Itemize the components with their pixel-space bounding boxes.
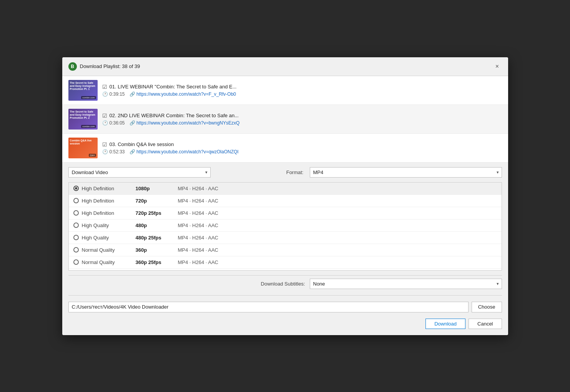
item-info-2: ☑ 02. 2ND LIVE WEBINAR Combin: The Secre…	[102, 113, 502, 126]
subtitle-wrapper: None English Spanish French	[310, 279, 502, 289]
quality-label-360p25: Normal Quality	[82, 259, 136, 265]
item-duration-1: 🕐 0:39:15	[102, 91, 125, 97]
thumb-badge-2: combin.com	[81, 125, 96, 128]
options-area: Download Video Download Audio Download S…	[62, 163, 508, 335]
subtitle-row: Download Subtitles: None English Spanish…	[68, 275, 502, 292]
subtitle-label: Download Subtitles:	[261, 281, 305, 287]
checkbox-icon-3[interactable]: ☑	[102, 141, 107, 148]
quality-label-360p: Normal Quality	[82, 247, 136, 253]
quality-item[interactable]: High Quality 480p 25fps MP4 · H264 · AAC	[69, 232, 502, 244]
download-type-select[interactable]: Download Video Download Audio Download S…	[68, 167, 211, 178]
item-title-2: 02. 2ND LIVE WEBINAR Combin: The Secret …	[110, 113, 239, 118]
quality-res-360p: 360p	[136, 247, 178, 253]
playlist-area: The Secret to Safe and Easy Instagram Pr…	[62, 76, 508, 163]
subtitle-select[interactable]: None English Spanish French	[310, 279, 502, 289]
item-info-3: ☑ 03. Combin Q&A live session 🕐 0:52:33 …	[102, 141, 502, 154]
format-label: Format:	[286, 169, 304, 175]
item-meta-2: 🕐 0:36:05 🔗 https://www.youtube.com/watc…	[102, 120, 502, 126]
thumb-badge-1: combin.com	[81, 96, 96, 99]
quality-label-480p25: High Quality	[82, 235, 136, 241]
checkbox-icon-2[interactable]: ☑	[102, 113, 107, 119]
link-icon-2: 🔗	[130, 120, 135, 126]
thumb-text-3: Combin Q&A live session	[70, 139, 96, 146]
quality-label-720p: High Definition	[82, 198, 136, 204]
quality-label-480p: High Quality	[82, 223, 136, 228]
thumbnail-3: Combin Q&A live session Q&A	[68, 138, 98, 158]
download-type-wrapper: Download Video Download Audio Download S…	[68, 167, 211, 178]
quality-item[interactable]: Normal Quality 360p MP4 · H264 · AAC	[69, 244, 502, 256]
thumb-text-1: The Secret to Safe and Easy Instagram Pr…	[70, 81, 96, 91]
item-link-2[interactable]: 🔗 https://www.youtube.com/watch?v=bwngNY…	[130, 120, 240, 126]
title-bar-left: B Download Playlist: 38 of 39	[68, 62, 140, 71]
link-icon-1: 🔗	[130, 91, 135, 97]
item-title-1: 01. LIVE WEBINAR "Combin: The Secret to …	[110, 84, 237, 90]
item-link-3[interactable]: 🔗 https://www.youtube.com/watch?v=qwzOla…	[130, 149, 239, 154]
clock-icon-1: 🕐	[102, 91, 108, 97]
item-info-1: ☑ 01. LIVE WEBINAR "Combin: The Secret t…	[102, 84, 502, 97]
path-input[interactable]	[68, 302, 469, 312]
item-title-3: 03. Combin Q&A live session	[110, 141, 174, 147]
format-select[interactable]: MP4 MKV AVI MOV	[310, 167, 502, 178]
download-button[interactable]: Download	[425, 319, 465, 329]
divider	[68, 295, 502, 296]
format-wrapper: MP4 MKV AVI MOV	[310, 167, 502, 178]
radio-1080p[interactable]	[73, 186, 79, 191]
item-title-row-1: ☑ 01. LIVE WEBINAR "Combin: The Secret t…	[102, 84, 502, 90]
quality-item[interactable]: High Definition 720p MP4 · H264 · AAC	[69, 195, 502, 207]
download-dialog: B Download Playlist: 38 of 39 × The Secr…	[62, 57, 508, 335]
item-meta-1: 🕐 0:39:15 🔗 https://www.youtube.com/watc…	[102, 91, 502, 97]
quality-item[interactable]: High Quality 480p MP4 · H264 · AAC	[69, 219, 502, 232]
radio-720p25[interactable]	[73, 210, 79, 216]
thumbnail-1: The Secret to Safe and Easy Instagram Pr…	[68, 80, 98, 101]
quality-res-1080p: 1080p	[136, 186, 178, 191]
quality-codec-360p25: MP4 · H264 · AAC	[178, 259, 219, 265]
thumb-text-2: The Secret to Safe and Easy Instagram Pr…	[70, 110, 96, 120]
item-title-row-2: ☑ 02. 2ND LIVE WEBINAR Combin: The Secre…	[102, 113, 502, 119]
item-duration-3: 🕐 0:52:33	[102, 149, 125, 154]
quality-res-720p25: 720p 25fps	[136, 210, 178, 216]
radio-480p[interactable]	[73, 223, 79, 228]
quality-res-480p25: 480p 25fps	[136, 235, 178, 241]
playlist-item: The Secret to Safe and Easy Instagram Pr…	[62, 76, 508, 105]
item-meta-3: 🕐 0:52:33 🔗 https://www.youtube.com/watc…	[102, 149, 502, 154]
quality-codec-720p: MP4 · H264 · AAC	[178, 198, 219, 204]
quality-codec-360p: MP4 · H264 · AAC	[178, 247, 219, 253]
checkbox-icon-1[interactable]: ☑	[102, 84, 107, 90]
title-bar: B Download Playlist: 38 of 39 ×	[62, 57, 508, 76]
quality-codec-480p: MP4 · H264 · AAC	[178, 223, 219, 228]
dialog-title: Download Playlist: 38 of 39	[80, 63, 140, 69]
type-format-row: Download Video Download Audio Download S…	[68, 167, 502, 178]
thumbnail-2: The Secret to Safe and Easy Instagram Pr…	[68, 109, 98, 130]
radio-360p[interactable]	[73, 247, 79, 252]
quality-item[interactable]: High Definition 720p 25fps MP4 · H264 · …	[69, 207, 502, 219]
radio-720p[interactable]	[73, 198, 79, 203]
clock-icon-3: 🕐	[102, 149, 108, 154]
radio-360p25[interactable]	[73, 259, 79, 265]
choose-button[interactable]: Choose	[472, 302, 502, 312]
thumb-badge-3: Q&A	[89, 154, 96, 157]
quality-list: High Definition 1080p MP4 · H264 · AAC H…	[68, 182, 502, 271]
app-icon: B	[68, 62, 77, 71]
close-button[interactable]: ×	[493, 62, 502, 71]
cancel-button[interactable]: Cancel	[469, 319, 502, 329]
quality-res-480p: 480p	[136, 223, 178, 228]
quality-codec-1080p: MP4 · H264 · AAC	[178, 186, 219, 191]
quality-item[interactable]: Normal Quality 240p MP4 · H264 · AAC	[69, 269, 502, 271]
clock-icon-2: 🕐	[102, 120, 108, 126]
quality-res-360p25: 360p 25fps	[136, 259, 178, 265]
quality-item[interactable]: Normal Quality 360p 25fps MP4 · H264 · A…	[69, 256, 502, 269]
bottom-row: Choose	[68, 299, 502, 316]
quality-label-1080p: High Definition	[82, 186, 136, 191]
action-row: Download Cancel	[68, 316, 502, 331]
link-icon-3: 🔗	[130, 149, 135, 154]
playlist-item: The Secret to Safe and Easy Instagram Pr…	[62, 105, 508, 134]
item-duration-2: 🕐 0:36:05	[102, 120, 125, 126]
quality-label-720p25: High Definition	[82, 210, 136, 216]
quality-item[interactable]: High Definition 1080p MP4 · H264 · AAC	[69, 183, 502, 195]
quality-codec-480p25: MP4 · H264 · AAC	[178, 235, 219, 241]
quality-codec-720p25: MP4 · H264 · AAC	[178, 210, 219, 216]
item-link-1[interactable]: 🔗 https://www.youtube.com/watch?v=F_v_Rf…	[130, 91, 236, 97]
quality-res-720p: 720p	[136, 198, 178, 204]
playlist-item: Combin Q&A live session Q&A ☑ 03. Combin…	[62, 134, 508, 163]
radio-480p25[interactable]	[73, 235, 79, 240]
